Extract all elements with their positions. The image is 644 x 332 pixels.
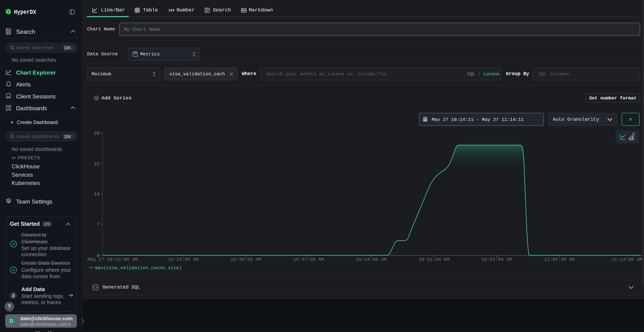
- svg-text:10:44:00 AM: 10:44:00 AM: [356, 257, 386, 262]
- svg-text:10:23:00 AM: 10:23:00 AM: [168, 257, 198, 262]
- svg-text:28: 28: [94, 131, 100, 136]
- svg-text:14: 14: [94, 192, 100, 197]
- svg-text:May 27 10:14:00 AM: May 27 10:14:00 AM: [88, 257, 138, 262]
- svg-text:10:37:00 AM: 10:37:00 AM: [293, 257, 324, 262]
- svg-text:10:51:00 AM: 10:51:00 AM: [418, 257, 449, 262]
- svg-text:max(visa_validation_cache.size: max(visa_validation_cache.size): [95, 265, 182, 271]
- svg-text:7: 7: [97, 222, 100, 227]
- svg-text:11:14:00 AM: 11:14:00 AM: [612, 257, 642, 262]
- svg-text:10:58:00 AM: 10:58:00 AM: [481, 257, 512, 262]
- svg-text:21: 21: [94, 161, 100, 166]
- svg-text:11:05:00 AM: 11:05:00 AM: [544, 257, 575, 262]
- svg-text:10:30:00 AM: 10:30:00 AM: [230, 257, 261, 262]
